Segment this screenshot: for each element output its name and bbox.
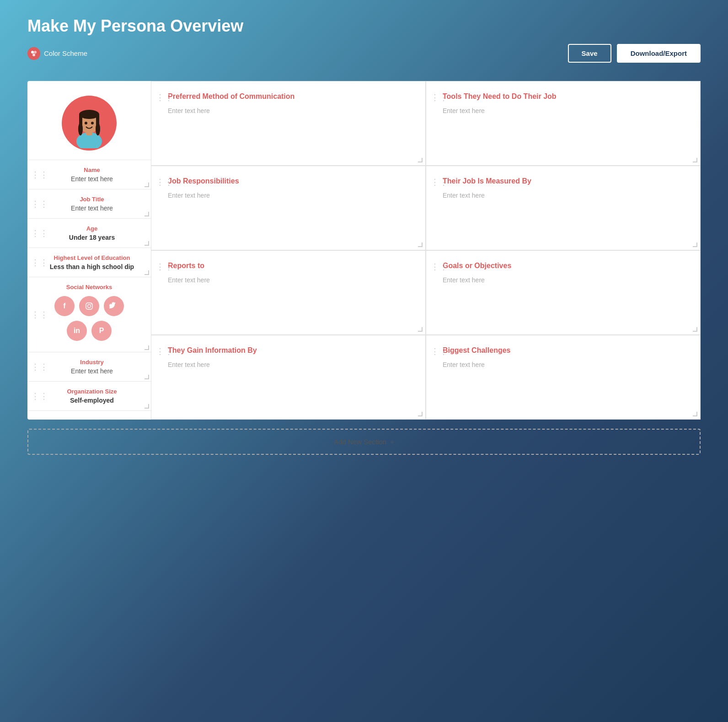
card-text-7[interactable]: Enter text here [443,361,689,368]
card-text-6[interactable]: Enter text here [168,361,414,368]
svg-point-12 [85,122,87,124]
card-title-6: They Gain Information By [168,346,414,355]
name-label: Name [40,167,144,173]
download-export-button[interactable]: Download/Export [617,44,701,63]
social-icons-row-2: in P [35,321,144,341]
resize-handle[interactable] [145,183,149,187]
drag-handle: ⋮⋮ [31,229,48,237]
card-job-responsibilities[interactable]: ⋮⋮ Job Responsibilities Enter text here [151,166,426,250]
svg-point-15 [88,305,91,308]
card-title-3: Their Job Is Measured By [443,177,689,185]
twitter-icon[interactable] [104,296,124,316]
resize-handle[interactable] [145,404,149,409]
avatar [62,96,117,151]
drag-handle: ⋮⋮ [31,392,48,400]
job-title-label: Job Title [40,196,144,203]
drag-handle: ⋮⋮ [31,200,48,208]
resize-handle[interactable] [145,241,149,246]
linkedin-icon[interactable]: in [67,321,87,341]
education-value[interactable]: Less than a high school dip [40,263,144,270]
drag-handle: ⋮⋮ [431,346,448,356]
svg-point-2 [32,54,35,56]
main-content: ⋮⋮ Name Enter text here ⋮⋮ Job Title Ent… [0,72,728,420]
resize-handle[interactable] [693,242,697,247]
drag-handle: ⋮⋮ [31,171,48,179]
card-title-4: Reports to [168,262,414,270]
resize-handle[interactable] [145,375,149,379]
drag-handle: ⋮⋮ [31,311,48,319]
card-text-5[interactable]: Enter text here [443,276,689,284]
card-gain-information[interactable]: ⋮⋮ They Gain Information By Enter text h… [151,335,426,420]
job-title-field-section[interactable]: ⋮⋮ Job Title Enter text here [27,189,151,219]
job-title-value[interactable]: Enter text here [40,205,144,212]
card-job-measured-by[interactable]: ⋮⋮ Their Job Is Measured By Enter text h… [426,166,701,250]
drag-handle: ⋮⋮ [156,92,173,102]
resize-handle[interactable] [145,345,149,350]
color-scheme-control[interactable]: Color Scheme [27,47,87,60]
card-text-0[interactable]: Enter text here [168,107,414,114]
drag-handle: ⋮⋮ [31,363,48,371]
card-preferred-communication[interactable]: ⋮⋮ Preferred Method of Communication Ent… [151,81,426,166]
resize-handle[interactable] [693,327,697,332]
svg-point-10 [78,123,83,135]
resize-handle[interactable] [418,412,423,416]
resize-handle[interactable] [693,412,697,416]
add-new-section-button[interactable]: Add New Section + [27,429,701,455]
left-panel: ⋮⋮ Name Enter text here ⋮⋮ Job Title Ent… [27,81,151,420]
save-button[interactable]: Save [568,44,611,63]
svg-point-11 [96,123,100,135]
pinterest-icon[interactable]: P [91,321,112,341]
name-field-section[interactable]: ⋮⋮ Name Enter text here [27,160,151,189]
industry-value[interactable]: Enter text here [40,367,144,375]
card-tools-needed[interactable]: ⋮⋮ Tools They Need to Do Their Job Enter… [426,81,701,166]
resize-handle[interactable] [693,158,697,162]
social-networks-section: ⋮⋮ Social Networks f in P [27,277,151,352]
card-title-7: Biggest Challenges [443,346,689,355]
card-title-2: Job Responsibilities [168,177,414,185]
card-text-2[interactable]: Enter text here [168,192,414,199]
card-text-3[interactable]: Enter text here [443,192,689,199]
name-value[interactable]: Enter text here [40,175,144,183]
drag-handle: ⋮⋮ [431,92,448,102]
card-text-1[interactable]: Enter text here [443,107,689,114]
right-grid: ⋮⋮ Preferred Method of Communication Ent… [151,81,701,420]
page-title: Make My Persona Overview [27,16,701,36]
facebook-icon[interactable]: f [54,296,75,316]
drag-handle: ⋮⋮ [431,177,448,187]
add-section-row: Add New Section + [27,429,701,455]
industry-label: Industry [40,359,144,366]
education-field-section[interactable]: ⋮⋮ Highest Level of Education Less than … [27,248,151,277]
drag-handle: ⋮⋮ [156,346,173,356]
org-size-value[interactable]: Self-employed [40,397,144,404]
age-value[interactable]: Under 18 years [40,234,144,241]
org-size-field-section[interactable]: ⋮⋮ Organization Size Self-employed [27,382,151,411]
card-text-4[interactable]: Enter text here [168,276,414,284]
org-size-label: Organization Size [40,388,144,395]
svg-point-1 [34,51,37,54]
instagram-icon[interactable] [79,296,99,316]
color-scheme-label: Color Scheme [44,49,87,57]
card-biggest-challenges[interactable]: ⋮⋮ Biggest Challenges Enter text here [426,335,701,420]
svg-point-13 [91,122,94,124]
add-new-section-icon: + [390,438,394,446]
drag-handle: ⋮⋮ [31,259,48,267]
svg-point-16 [91,304,92,305]
social-networks-label: Social Networks [35,284,144,291]
resize-handle[interactable] [418,327,423,332]
social-icons-row-1: f [35,296,144,316]
card-title-5: Goals or Objectives [443,262,689,270]
avatar-section[interactable] [27,81,151,160]
resize-handle[interactable] [145,212,149,216]
resize-handle[interactable] [418,158,423,162]
card-goals-objectives[interactable]: ⋮⋮ Goals or Objectives Enter text here [426,250,701,335]
add-new-section-label: Add New Section [334,438,386,446]
color-scheme-icon [27,47,40,60]
card-reports-to[interactable]: ⋮⋮ Reports to Enter text here [151,250,426,335]
drag-handle: ⋮⋮ [431,262,448,272]
resize-handle[interactable] [145,270,149,275]
industry-field-section[interactable]: ⋮⋮ Industry Enter text here [27,352,151,382]
header-buttons: Save Download/Export [568,44,701,63]
age-field-section[interactable]: ⋮⋮ Age Under 18 years [27,219,151,248]
resize-handle[interactable] [418,242,423,247]
card-title-0: Preferred Method of Communication [168,92,414,101]
